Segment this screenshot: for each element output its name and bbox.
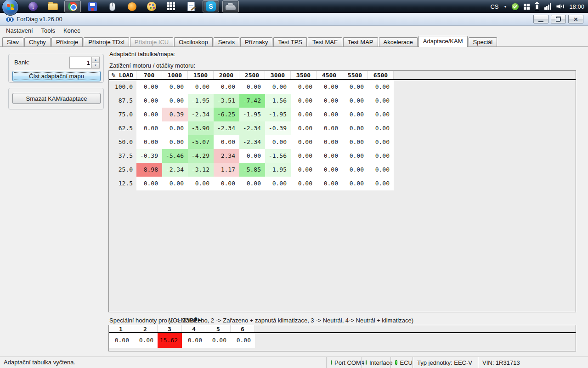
menu-item-nastaven[interactable]: Nastavení: [2, 26, 37, 35]
map-header-cell: 1500: [188, 71, 214, 79]
map-cell: 0.00: [214, 135, 239, 149]
map-cell: -2.34: [162, 163, 188, 177]
map-cell: 0.00: [291, 80, 317, 94]
taskbar-item-save-tool[interactable]: [84, 0, 101, 12]
map-cell: 0.00: [342, 121, 368, 135]
idle-cell: 0.00: [109, 333, 133, 348]
taskbar-item-skype[interactable]: S: [203, 0, 219, 12]
map-cell: -2.34: [188, 108, 214, 121]
taskbar-item-paint[interactable]: [143, 0, 160, 12]
bank-input[interactable]: [69, 57, 92, 69]
network-signal-icon[interactable]: [544, 3, 551, 10]
map-cell: 0.00: [317, 121, 342, 135]
language-indicator[interactable]: CS: [490, 3, 498, 10]
clear-kam-button[interactable]: Smazat KAM/adaptace: [12, 93, 101, 104]
map-header-cell: 2500: [239, 71, 265, 79]
map-row-label: 87.5: [109, 94, 136, 108]
map-cell: -1.95: [188, 94, 214, 108]
map-cell: 0.00: [136, 108, 162, 121]
battery-icon[interactable]: [535, 3, 539, 10]
tab-p-stroje[interactable]: Přístroje: [51, 37, 83, 46]
map-header-cell: 4500: [317, 71, 342, 79]
map-cell: -0.39: [265, 121, 291, 135]
minimize-button[interactable]: [533, 15, 548, 23]
map-cell: 0.00: [291, 135, 317, 149]
tab-test-tps[interactable]: Test TPS: [273, 37, 307, 46]
map-cell: 0.00: [342, 108, 368, 121]
map-cell: 0.00: [162, 94, 188, 108]
map-cell: 0.00: [291, 108, 317, 121]
tab-p-znaky[interactable]: Příznaky: [240, 37, 273, 46]
taskbar-item-fordiag[interactable]: [222, 0, 239, 12]
tab-speci-l[interactable]: Speciál: [469, 37, 498, 46]
map-cell: 0.00: [342, 94, 368, 108]
tab-chyby[interactable]: Chyby: [24, 37, 51, 46]
map-title-label: Adaptační tabulka/mapa:: [109, 51, 175, 58]
mouse-icon: [109, 2, 115, 11]
taskbar: ↓ S CS ▼ 18:00: [0, 0, 588, 13]
idle-header-cell: 2: [133, 325, 158, 332]
status-segment-text: ECU: [400, 359, 413, 366]
windows-logo-icon: [7, 4, 14, 10]
tab-osciloskop[interactable]: Osciloskop: [174, 37, 213, 46]
tab-servis[interactable]: Servis: [214, 37, 239, 46]
tab-adaptace-kam[interactable]: Adaptace/KAM: [418, 36, 468, 47]
map-cell: 0.00: [188, 80, 214, 94]
tab-test-maf[interactable]: Test MAF: [308, 37, 342, 46]
map-cell: -5.07: [188, 135, 214, 149]
status-segment-interface: Interface: [361, 357, 390, 368]
tab-stav[interactable]: Stav: [2, 37, 23, 46]
map-cell: -1.56: [265, 94, 291, 108]
bank-spinner: ▲ ▼: [69, 57, 100, 69]
restore-icon: [556, 17, 561, 22]
taskbar-item-download[interactable]: ↓: [25, 0, 41, 12]
map-cell: -1.56: [265, 149, 291, 163]
map-row-label: 50.0: [109, 135, 136, 149]
bank-spin-down[interactable]: ▼: [92, 63, 100, 69]
menu-item-tools[interactable]: Tools: [37, 26, 59, 35]
map-cell: -5.46: [162, 149, 188, 163]
folder-icon: [48, 3, 58, 10]
map-row-label: 75.0: [109, 108, 136, 121]
map-header-cell: 3500: [291, 71, 317, 79]
map-cell: 0.00: [342, 149, 368, 163]
clock[interactable]: 18:00: [569, 3, 584, 10]
bank-groupbox: Bank: ▲ ▼ Číst adaptační mapu: [8, 54, 104, 83]
restore-button[interactable]: [551, 15, 566, 23]
map-row: 75.00.000.39-2.34-6.25-1.95-1.950.000.00…: [109, 108, 576, 121]
idle-cell: 0.00: [182, 333, 206, 348]
tab-p-stroje-tdxl[interactable]: Přístroje TDxl: [84, 37, 129, 46]
adaptation-map-table: % LOAD7001000150020002500300035004500550…: [108, 70, 576, 312]
window-titlebar: ForDiag v1.26.00 ×: [0, 13, 588, 26]
taskbar-item-grid-app[interactable]: [163, 0, 180, 12]
map-cell: 0.00: [239, 80, 265, 94]
tab-p-stroje-icu[interactable]: Přístroje ICU: [130, 37, 173, 46]
map-row-label: 100.0: [109, 80, 136, 94]
idle-header-cell: 1: [109, 325, 133, 332]
idle-header-cell: 6: [231, 325, 255, 332]
close-button[interactable]: ×: [568, 15, 583, 23]
windows-update-icon[interactable]: [524, 4, 530, 10]
taskbar-item-mouse-tool[interactable]: [104, 0, 120, 12]
map-row: 100.00.000.000.000.000.000.000.000.000.0…: [109, 80, 576, 94]
tab-test-map[interactable]: Test MAP: [343, 37, 378, 46]
map-row-label: 25.0: [109, 163, 136, 177]
download-icon: ↓: [28, 2, 38, 11]
map-cell: 0.00: [214, 80, 239, 94]
map-cell: 0.00: [317, 135, 342, 149]
map-cell: 0.00: [368, 163, 394, 177]
tab-akcelerace[interactable]: Akcelerace: [379, 37, 418, 46]
taskbar-item-chrome[interactable]: [64, 0, 81, 12]
volume-icon[interactable]: [556, 3, 564, 10]
taskbar-item-explorer[interactable]: [45, 0, 61, 12]
tray-expand-icon[interactable]: ▼: [504, 5, 507, 8]
taskbar-item-notes[interactable]: [183, 0, 199, 12]
axis-label: Zatížení motoru / otáčky motoru:: [109, 62, 195, 69]
status-segment-typ-jednotky-eec-v: Typ jednotky: EEC-V: [413, 357, 478, 368]
map-row-label: 12.5: [109, 177, 136, 190]
antivirus-check-icon[interactable]: [512, 3, 519, 10]
read-adaptation-map-button[interactable]: Číst adaptační mapu: [12, 71, 101, 81]
menu-item-konec[interactable]: Konec: [59, 26, 85, 35]
bank-spin-up[interactable]: ▲: [92, 57, 100, 63]
taskbar-item-orange-app[interactable]: [124, 0, 140, 12]
